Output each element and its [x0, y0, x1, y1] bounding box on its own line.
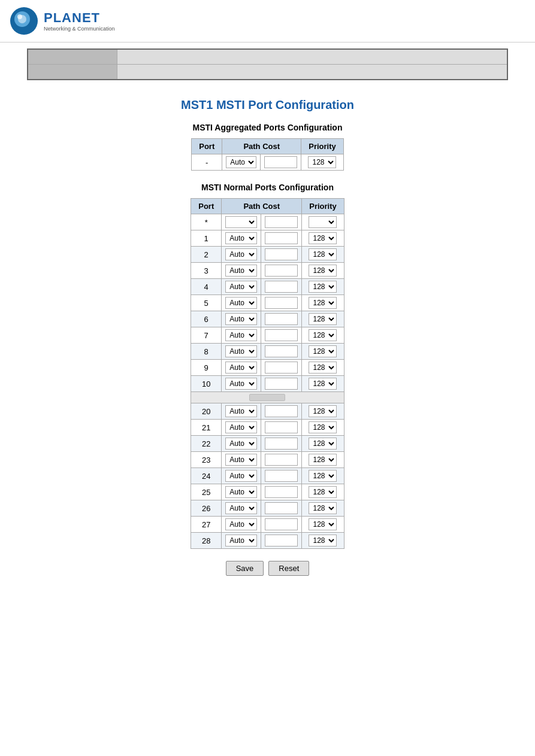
norm-pc-select-23[interactable]: Auto1101001000 — [222, 452, 261, 468]
norm-pc-input-25[interactable] — [261, 484, 302, 500]
norm-pc-dropdown-28[interactable]: Auto1101001000 — [225, 535, 257, 546]
norm-pc-select-10[interactable]: Auto1101001000 — [222, 376, 261, 392]
norm-pc-input-22[interactable] — [261, 436, 302, 452]
norm-pc-select-28[interactable]: Auto1101001000 — [222, 533, 261, 549]
norm-pc-select-25[interactable]: Auto1101001000 — [222, 484, 261, 500]
norm-pc-text-9[interactable] — [265, 362, 298, 374]
norm-pc-dropdown-3[interactable]: Auto1101001000 — [225, 265, 257, 277]
norm-pc-select-9[interactable]: Auto1101001000 — [222, 360, 261, 376]
norm-pc-input-26[interactable] — [261, 500, 302, 517]
norm-pri-23[interactable]: 0163248648096112128144160176192208224240 — [302, 452, 344, 468]
norm-pc-input-20[interactable] — [261, 403, 302, 420]
norm-pc-dropdown-23[interactable]: Auto1101001000 — [225, 454, 257, 466]
norm-pc-input-3[interactable] — [261, 263, 302, 279]
norm-pc-select-22[interactable]: Auto1101001000 — [222, 436, 261, 452]
norm-pc-text-26[interactable] — [265, 502, 298, 514]
norm-pc-dropdown-25[interactable]: Auto1101001000 — [225, 486, 257, 498]
norm-pc-text-20[interactable] — [265, 405, 298, 417]
norm-pc-input-10[interactable] — [261, 376, 302, 392]
norm-pc-input-28[interactable] — [261, 533, 302, 549]
norm-pri-25[interactable]: 0163248648096112128144160176192208224240 — [302, 484, 344, 500]
norm-pri-dropdown-24[interactable]: 0163248648096112128144160176192208224240 — [309, 470, 337, 482]
norm-pc-select-wildcard[interactable]: Auto1101001000 — [222, 214, 261, 230]
norm-pc-text-4[interactable] — [265, 281, 298, 293]
norm-pc-text-22[interactable] — [265, 438, 298, 450]
norm-pc-dropdown-2[interactable]: Auto1101001000 — [225, 248, 257, 260]
norm-pc-dropdown-22[interactable]: Auto1101001000 — [225, 438, 257, 450]
norm-pc-input-1[interactable] — [261, 230, 302, 247]
norm-pc-text-23[interactable] — [265, 454, 298, 466]
norm-pc-text-21[interactable] — [265, 421, 298, 433]
norm-pc-text-24[interactable] — [265, 470, 298, 482]
norm-pri-dropdown-21[interactable]: 0163248648096112128144160176192208224240 — [309, 421, 337, 433]
norm-pc-text-3[interactable] — [265, 265, 298, 277]
norm-pri-dropdown-10[interactable]: 0163248648096112128144160176192208224240 — [309, 378, 337, 390]
agg-pathcost-input[interactable] — [264, 156, 297, 168]
norm-pc-input-24[interactable] — [261, 468, 302, 484]
norm-pc-select-20[interactable]: Auto1101001000 — [222, 403, 261, 420]
norm-pri-dropdown-5[interactable]: 0163248648096112128144160176192208224240 — [309, 297, 337, 309]
norm-pri-dropdown-26[interactable]: 0163248648096112128144160176192208224240 — [309, 502, 337, 514]
norm-pri-22[interactable]: 0163248648096112128144160176192208224240 — [302, 436, 344, 452]
norm-pri-dropdown-25[interactable]: 0163248648096112128144160176192208224240 — [309, 486, 337, 498]
norm-pc-input-23[interactable] — [261, 452, 302, 468]
norm-pc-dropdown-20[interactable]: Auto1101001000 — [225, 405, 257, 417]
norm-pc-text-wildcard[interactable] — [265, 216, 298, 228]
norm-pc-dropdown-21[interactable]: Auto1101001000 — [225, 421, 257, 433]
norm-pc-text-6[interactable] — [265, 313, 298, 325]
reset-button[interactable]: Reset — [268, 561, 309, 576]
norm-pri-6[interactable]: 0163248648096112128144160176192208224240 — [302, 311, 344, 327]
norm-pc-select-27[interactable]: Auto1101001000 — [222, 517, 261, 533]
norm-pc-select-21[interactable]: Auto1101001000 — [222, 420, 261, 436]
norm-pc-input-9[interactable] — [261, 360, 302, 376]
norm-pri-26[interactable]: 0163248648096112128144160176192208224240 — [302, 500, 344, 517]
norm-pri-1[interactable]: 0163248648096112128144160176192208224240 — [302, 230, 344, 247]
norm-pri-wildcard[interactable]: 0163248648096112128144160176192208224240 — [302, 214, 344, 230]
norm-pc-dropdown-6[interactable]: Auto1101001000 — [225, 313, 257, 325]
norm-pc-dropdown-26[interactable]: Auto1101001000 — [225, 502, 257, 514]
norm-pri-7[interactable]: 0163248648096112128144160176192208224240 — [302, 327, 344, 344]
norm-pri-dropdown-22[interactable]: 0163248648096112128144160176192208224240 — [309, 438, 337, 450]
norm-pc-text-2[interactable] — [265, 248, 298, 260]
norm-pri-2[interactable]: 0163248648096112128144160176192208224240 — [302, 247, 344, 263]
norm-pc-input-wildcard[interactable] — [261, 214, 302, 230]
norm-pri-dropdown-27[interactable]: 0163248648096112128144160176192208224240 — [309, 518, 337, 530]
norm-pri-dropdown-6[interactable]: 0163248648096112128144160176192208224240 — [309, 313, 337, 325]
norm-pri-dropdown-wildcard[interactable]: 0163248648096112128144160176192208224240 — [309, 216, 337, 228]
norm-pc-dropdown-1[interactable]: Auto1101001000 — [225, 232, 257, 244]
norm-pc-text-25[interactable] — [265, 486, 298, 498]
norm-pc-select-5[interactable]: Auto1101001000 — [222, 295, 261, 311]
norm-pc-input-7[interactable] — [261, 327, 302, 344]
norm-pc-input-2[interactable] — [261, 247, 302, 263]
norm-pc-text-1[interactable] — [265, 232, 298, 244]
agg-pathcost-input-cell[interactable] — [261, 154, 301, 171]
norm-pri-28[interactable]: 0163248648096112128144160176192208224240 — [302, 533, 344, 549]
norm-pc-text-10[interactable] — [265, 378, 298, 390]
norm-pc-select-6[interactable]: Auto1101001000 — [222, 311, 261, 327]
norm-pc-text-8[interactable] — [265, 345, 298, 357]
norm-pc-select-7[interactable]: Auto1101001000 — [222, 327, 261, 344]
norm-pri-dropdown-3[interactable]: 0163248648096112128144160176192208224240 — [309, 265, 337, 277]
norm-pc-dropdown-10[interactable]: Auto1101001000 — [225, 378, 257, 390]
agg-priority-select[interactable]: 128016326496144160192224240 — [308, 156, 336, 168]
norm-pc-text-28[interactable] — [265, 535, 298, 546]
norm-pc-input-6[interactable] — [261, 311, 302, 327]
norm-pri-4[interactable]: 0163248648096112128144160176192208224240 — [302, 279, 344, 295]
norm-pc-dropdown-8[interactable]: Auto1101001000 — [225, 345, 257, 357]
norm-pc-select-3[interactable]: Auto1101001000 — [222, 263, 261, 279]
norm-pri-10[interactable]: 0163248648096112128144160176192208224240 — [302, 376, 344, 392]
norm-pc-input-27[interactable] — [261, 517, 302, 533]
save-button[interactable]: Save — [226, 561, 264, 576]
agg-pathcost-select-cell[interactable]: Auto110100 — [222, 154, 261, 171]
norm-pc-select-8[interactable]: Auto1101001000 — [222, 344, 261, 360]
agg-pathcost-select[interactable]: Auto110100 — [226, 156, 256, 168]
norm-pc-input-4[interactable] — [261, 279, 302, 295]
norm-pri-dropdown-1[interactable]: 0163248648096112128144160176192208224240 — [309, 232, 337, 244]
norm-pri-dropdown-7[interactable]: 0163248648096112128144160176192208224240 — [309, 329, 337, 341]
norm-pc-dropdown-24[interactable]: Auto1101001000 — [225, 470, 257, 482]
norm-pri-21[interactable]: 0163248648096112128144160176192208224240 — [302, 420, 344, 436]
norm-pc-text-7[interactable] — [265, 329, 298, 341]
norm-pc-text-27[interactable] — [265, 518, 298, 530]
norm-pc-text-5[interactable] — [265, 297, 298, 309]
norm-pc-select-26[interactable]: Auto1101001000 — [222, 500, 261, 517]
